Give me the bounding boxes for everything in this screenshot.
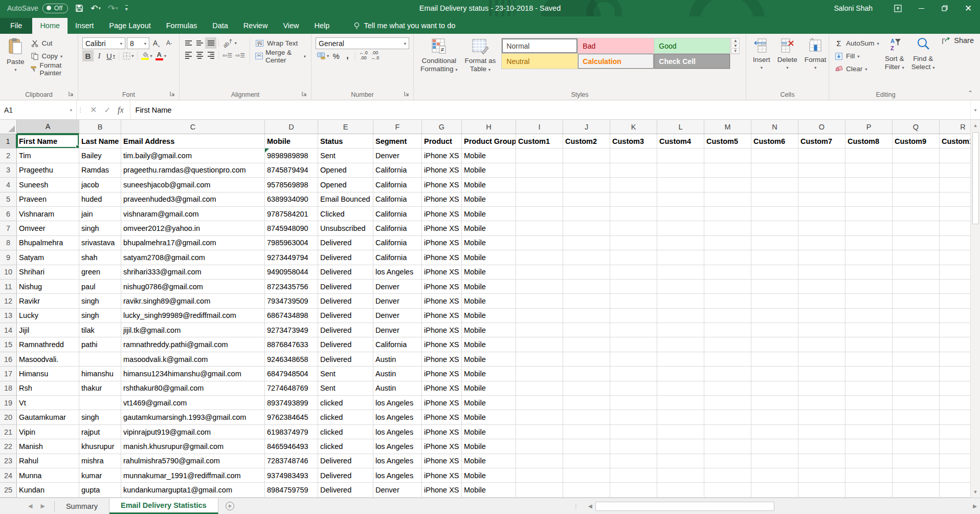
- cell-L16[interactable]: [657, 352, 704, 367]
- cell-D14[interactable]: 9273473949: [265, 323, 318, 337]
- scroll-down-icon[interactable]: ▼: [971, 486, 980, 498]
- cell-H19[interactable]: Mobile: [462, 396, 516, 410]
- cell-B16[interactable]: [79, 352, 121, 367]
- cell-O10[interactable]: [798, 265, 845, 280]
- cell-Q1[interactable]: Custom9: [893, 134, 940, 148]
- cell-G19[interactable]: iPhone XS: [422, 396, 462, 410]
- scroll-left-icon[interactable]: ◀: [585, 503, 595, 509]
- cell-E5[interactable]: Email Bounced: [318, 192, 373, 207]
- cell-R21[interactable]: [940, 425, 970, 439]
- cell-K19[interactable]: [610, 396, 657, 410]
- cell-E17[interactable]: Sent: [318, 367, 373, 381]
- cell-H11[interactable]: Mobile: [462, 280, 516, 294]
- tab-help[interactable]: Help: [307, 18, 338, 34]
- cell-A24[interactable]: Munna: [17, 468, 79, 483]
- cell-H7[interactable]: Mobile: [462, 221, 516, 235]
- cell-H16[interactable]: Mobile: [462, 352, 516, 367]
- clear-button[interactable]: Clear▾: [832, 63, 881, 75]
- cell-F22[interactable]: los Angeles: [373, 439, 422, 454]
- cell-K20[interactable]: [610, 410, 657, 424]
- font-size-select[interactable]: 8▾: [127, 37, 149, 49]
- decrease-font-icon[interactable]: A˴: [164, 37, 175, 49]
- cell-D21[interactable]: 6198374979: [265, 425, 318, 439]
- cell-A11[interactable]: Nishug: [17, 280, 79, 294]
- format-painter-button[interactable]: Format Painter: [28, 63, 75, 75]
- undo-button[interactable]: ↶▾: [91, 4, 101, 13]
- cell-H17[interactable]: Mobile: [462, 367, 516, 381]
- style-chip-neutral[interactable]: Neutral: [502, 54, 577, 69]
- cell-I15[interactable]: [516, 337, 563, 352]
- cell-P20[interactable]: [845, 410, 893, 424]
- cell-B1[interactable]: Last Name: [79, 134, 121, 148]
- cell-G14[interactable]: iPhone XS: [422, 323, 462, 337]
- cell-N25[interactable]: [751, 483, 798, 497]
- tab-view[interactable]: View: [275, 18, 306, 34]
- cell-I17[interactable]: [516, 367, 563, 381]
- cell-K7[interactable]: [610, 221, 657, 235]
- cell-M13[interactable]: [704, 309, 751, 323]
- column-header-H[interactable]: H: [462, 120, 516, 134]
- cell-N9[interactable]: [751, 250, 798, 265]
- cell-F10[interactable]: los Angeles: [373, 265, 422, 280]
- cut-button[interactable]: Cut: [28, 37, 75, 49]
- cell-R20[interactable]: [940, 410, 970, 424]
- cell-J6[interactable]: [563, 207, 610, 221]
- column-header-O[interactable]: O: [798, 120, 845, 134]
- cell-K22[interactable]: [610, 439, 657, 454]
- cell-R15[interactable]: [940, 337, 970, 352]
- cell-J3[interactable]: [563, 163, 610, 178]
- cell-M9[interactable]: [704, 250, 751, 265]
- cell-P2[interactable]: [845, 148, 893, 163]
- cell-K3[interactable]: [610, 163, 657, 178]
- cell-D15[interactable]: 8876847633: [265, 337, 318, 352]
- cell-E19[interactable]: clicked: [318, 396, 373, 410]
- cell-O16[interactable]: [798, 352, 845, 367]
- cell-O8[interactable]: [798, 236, 845, 250]
- cell-B15[interactable]: pathi: [79, 337, 121, 352]
- cell-O12[interactable]: [798, 294, 845, 308]
- cell-J17[interactable]: [563, 367, 610, 381]
- cell-P4[interactable]: [845, 178, 893, 192]
- cell-Q19[interactable]: [893, 396, 940, 410]
- cell-M20[interactable]: [704, 410, 751, 424]
- cell-J19[interactable]: [563, 396, 610, 410]
- cell-B13[interactable]: singh: [79, 309, 121, 323]
- cell-E6[interactable]: Clicked: [318, 207, 373, 221]
- cell-D11[interactable]: 8723435756: [265, 280, 318, 294]
- cell-M1[interactable]: Custom5: [704, 134, 751, 148]
- column-header-Q[interactable]: Q: [893, 120, 940, 134]
- cell-M25[interactable]: [704, 483, 751, 497]
- cell-F11[interactable]: Denver: [373, 280, 422, 294]
- cell-R9[interactable]: [940, 250, 970, 265]
- cell-D6[interactable]: 9787584201: [265, 207, 318, 221]
- cell-P11[interactable]: [845, 280, 893, 294]
- cell-O14[interactable]: [798, 323, 845, 337]
- cell-F8[interactable]: California: [373, 236, 422, 250]
- cell-L6[interactable]: [657, 207, 704, 221]
- cell-P8[interactable]: [845, 236, 893, 250]
- row-header-17[interactable]: 17: [0, 367, 17, 381]
- cell-L20[interactable]: [657, 410, 704, 424]
- cell-I14[interactable]: [516, 323, 563, 337]
- column-header-F[interactable]: F: [373, 120, 422, 134]
- cell-P14[interactable]: [845, 323, 893, 337]
- underline-button[interactable]: U▾: [105, 50, 117, 61]
- row-header-7[interactable]: 7: [0, 221, 17, 235]
- cell-N20[interactable]: [751, 410, 798, 424]
- cell-O4[interactable]: [798, 178, 845, 192]
- cell-G15[interactable]: iPhone XS: [422, 337, 462, 352]
- cell-Q5[interactable]: [893, 192, 940, 207]
- cell-Q2[interactable]: [893, 148, 940, 163]
- cell-L23[interactable]: [657, 454, 704, 468]
- cell-G23[interactable]: iPhone XS: [422, 454, 462, 468]
- cell-L15[interactable]: [657, 337, 704, 352]
- ribbon-display-options-icon[interactable]: [886, 0, 909, 16]
- conditional-formatting-button[interactable]: ≠ ConditionalFormatting ▾: [417, 36, 461, 74]
- cell-A9[interactable]: Satyam: [17, 250, 79, 265]
- cell-N2[interactable]: [751, 148, 798, 163]
- autosave-toggle[interactable]: AutoSave Off: [7, 4, 68, 13]
- cell-P9[interactable]: [845, 250, 893, 265]
- new-sheet-button[interactable]: +: [226, 498, 234, 514]
- cell-H9[interactable]: Mobile: [462, 250, 516, 265]
- format-as-table-button[interactable]: Format asTable ▾: [461, 36, 500, 74]
